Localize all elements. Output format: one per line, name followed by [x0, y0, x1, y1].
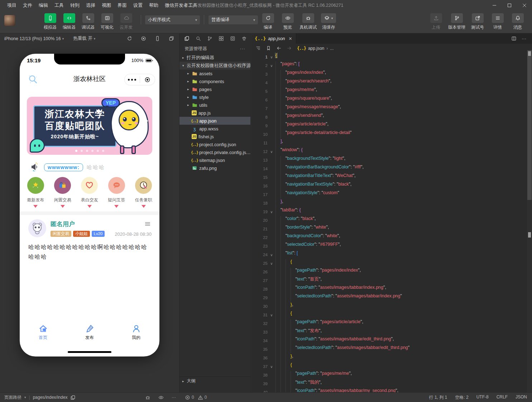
detach-window-icon[interactable]: [169, 36, 174, 41]
page-path-label[interactable]: 页面路径: [4, 394, 21, 401]
hot-reload-toggle[interactable]: 热重载 开: [73, 35, 92, 42]
code-line[interactable]: 24 ∨ "list": [: [251, 250, 527, 259]
outline-section[interactable]: ▸ 大纲: [179, 377, 250, 385]
grid-icon[interactable]: [219, 36, 224, 41]
fold-icon[interactable]: ∨: [268, 210, 275, 214]
status-more-icon[interactable]: ···: [172, 395, 176, 400]
code-line[interactable]: 2 ∨ "pages": [: [251, 61, 527, 70]
minimize-button[interactable]: [487, 0, 502, 11]
tab-pencil[interactable]: 发布: [75, 324, 104, 341]
tree-item-utils[interactable]: ▸utils: [179, 101, 250, 109]
paw-icon[interactable]: [241, 36, 247, 41]
tree-item-sitemap.json[interactable]: {..}sitemap.json: [179, 156, 250, 164]
toolbar-button-external[interactable]: 测试号: [470, 13, 485, 30]
toolbar-button-refresh[interactable]: 编译: [260, 13, 276, 30]
toolbar-button-flow[interactable]: 调试器: [80, 13, 96, 30]
status-item[interactable]: 行 1, 列 1: [429, 394, 447, 401]
code-line[interactable]: 3 "pages/index/index",: [251, 70, 527, 78]
editor-more-icon[interactable]: ···: [522, 36, 526, 41]
tree-item-zafu.png[interactable]: zafu.png: [179, 164, 250, 172]
toolbar-button-bug[interactable]: 真机调试: [299, 13, 317, 30]
menu-item[interactable]: 项目: [4, 1, 19, 10]
code-editor[interactable]: 1 ∨ { 2 ∨ "pages": [ 3 "pages/index/inde…: [251, 53, 527, 392]
fold-icon[interactable]: ∨: [268, 253, 275, 257]
tree-item-pages[interactable]: ▸pages: [179, 85, 250, 93]
code-line[interactable]: 18 },: [251, 199, 527, 207]
code-line[interactable]: 22 "backgroundColor": "white",: [251, 233, 527, 242]
open-editors-section[interactable]: ▸打开的编辑器: [179, 54, 250, 62]
fold-icon[interactable]: ∨: [268, 262, 275, 265]
banner-carousel[interactable]: 浙江农林大学 百度贴吧团队 2020年纳新开始啦~ YEP: [27, 97, 152, 155]
breadcrumb-more[interactable]: ...: [330, 46, 334, 51]
code-line[interactable]: 21 "borderStyle": "white",: [251, 225, 527, 233]
fold-icon[interactable]: ∨: [268, 150, 275, 154]
code-line[interactable]: 32 "pagePath": "pages/article/article",: [251, 319, 527, 328]
code-line[interactable]: 40 "iconPath": "assets/images/tabbar/my_…: [251, 388, 527, 392]
tree-item-app.js[interactable]: JSapp.js: [179, 109, 250, 117]
code-line[interactable]: 8 "pages/send/send",: [251, 113, 527, 121]
menu-item[interactable]: 编辑: [36, 1, 51, 10]
status-item[interactable]: UTF-8: [476, 394, 489, 401]
code-line[interactable]: 16 "navigationBarTextStyle": "black",: [251, 182, 527, 190]
menu-item[interactable]: 选择: [83, 1, 98, 10]
minimize-capsule-button[interactable]: [140, 77, 155, 83]
tree-item-project.config.json[interactable]: {..}project.config.json: [179, 140, 250, 148]
code-line[interactable]: 27 "text": "首页",: [251, 276, 527, 285]
more-menu-button[interactable]: [125, 79, 140, 81]
code-line[interactable]: 23 "selectedColor": "#6799FF",: [251, 242, 527, 250]
menu-item[interactable]: 工具: [52, 1, 67, 10]
code-line[interactable]: 36 },: [251, 354, 527, 362]
fold-icon[interactable]: ∨: [268, 64, 275, 68]
code-line[interactable]: 31 ∨ {: [251, 311, 527, 319]
status-item[interactable]: 空格: 2: [455, 394, 468, 401]
toolbar-button-bell[interactable]: 消息: [510, 13, 526, 30]
menu-item[interactable]: 设置: [130, 1, 145, 10]
navigate-back-icon[interactable]: [276, 46, 282, 51]
split-editor-icon[interactable]: [511, 36, 517, 41]
code-line[interactable]: 30 },: [251, 302, 527, 311]
files-icon[interactable]: [184, 36, 190, 41]
tab-home[interactable]: 首页: [29, 324, 57, 341]
preview-status-icon[interactable]: [158, 395, 164, 400]
box-icon[interactable]: [230, 36, 235, 41]
tree-item-project.private.config.js[interactable]: {..}project.private.config.js…: [179, 148, 250, 156]
avatar[interactable]: [28, 219, 46, 237]
search-icon[interactable]: [196, 36, 201, 41]
navigate-forward-icon[interactable]: [287, 46, 292, 51]
fold-icon[interactable]: ∨: [268, 55, 275, 59]
tree-item-fishei.js[interactable]: JSfishei.js: [179, 133, 250, 140]
code-line[interactable]: 28 "iconPath": "assets/images/tabbar/ind…: [251, 285, 527, 293]
code-line[interactable]: 4 "pages/serach/search",: [251, 78, 527, 87]
compile-select[interactable]: 普通编译▾: [209, 15, 258, 24]
toolbar-button-upload[interactable]: 上传: [428, 13, 444, 30]
code-line[interactable]: 11 ],: [251, 139, 527, 147]
copy-path-icon[interactable]: [70, 395, 76, 400]
editor-scrollbar[interactable]: [527, 50, 532, 392]
code-line[interactable]: 12 ∨ "window": {: [251, 147, 527, 156]
tab-app-json[interactable]: {..} app.json ✕: [251, 33, 296, 44]
code-line[interactable]: 13 "backgroundTextStyle": "light",: [251, 156, 527, 164]
status-item[interactable]: CRLF: [497, 394, 508, 401]
device-frame-icon[interactable]: [155, 36, 160, 41]
tab-person[interactable]: 我的: [122, 324, 150, 341]
toolbar-button-phone[interactable]: 模拟器: [42, 13, 58, 30]
toolbar-button-layers[interactable]: ▾ 清缓存: [321, 13, 336, 30]
restart-icon[interactable]: [127, 36, 132, 41]
explorer-more-button[interactable]: ···: [240, 46, 246, 51]
carousel-dot[interactable]: [91, 150, 94, 152]
code-line[interactable]: 14 "navigationBarBackgroundColor": "#fff…: [251, 164, 527, 173]
menu-item[interactable]: 界面: [115, 1, 130, 10]
branch-icon[interactable]: [207, 36, 212, 41]
tree-item-assets[interactable]: ▸assets: [179, 70, 250, 77]
toolbar-button-code[interactable]: 编辑器: [61, 13, 77, 30]
grid-item-chat[interactable]: 疑问互答: [105, 177, 128, 210]
grid-item-clock[interactable]: 任务兼职: [133, 177, 155, 210]
carousel-dot[interactable]: [97, 150, 99, 152]
toolbar-button-cloud[interactable]: 云开发: [118, 13, 134, 30]
code-line[interactable]: 6 "pages/square/square",: [251, 96, 527, 104]
carousel-dot[interactable]: [102, 150, 104, 152]
toolbar-button-eye[interactable]: 预览: [280, 13, 296, 30]
menu-item[interactable]: 文件: [20, 1, 35, 10]
menu-item[interactable]: 视图: [99, 1, 114, 10]
code-line[interactable]: 38 "pagePath": "pages/me/me",: [251, 371, 527, 379]
